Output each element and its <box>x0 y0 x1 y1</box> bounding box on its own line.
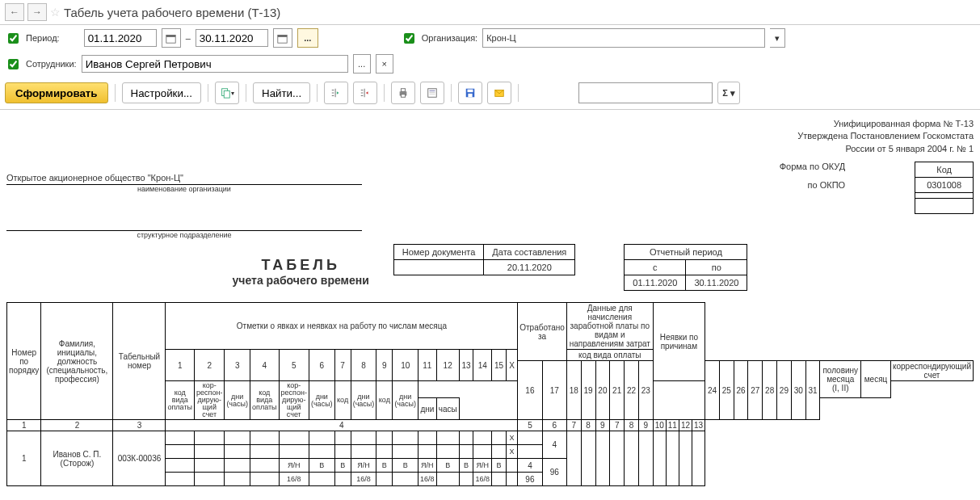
date-to-input[interactable] <box>196 29 268 47</box>
form-hdr-line1: Унифицированная форма № Т-13 <box>6 118 974 130</box>
sigma-button[interactable]: Σ ▾ <box>717 82 740 104</box>
svg-rect-3 <box>278 35 287 36</box>
doc-title: ТАБЕЛЬ учета рабочего времени <box>233 257 369 287</box>
svg-rect-1 <box>166 35 175 36</box>
period-more-button[interactable]: ... <box>297 28 318 48</box>
col-hours: часы <box>436 398 459 420</box>
sum-field[interactable] <box>578 82 713 103</box>
docdate-h: Дата составления <box>484 245 575 260</box>
col-days: дни <box>418 398 437 420</box>
period-filter-row: Период: – ... Организация: Крон-Ц ▾ <box>0 25 980 51</box>
svg-rect-8 <box>402 95 406 98</box>
org-under-label: наименование организации <box>6 185 362 193</box>
generate-button[interactable]: Сформировать <box>5 82 108 103</box>
code-empty <box>915 199 974 214</box>
emp-checkbox[interactable] <box>8 59 19 69</box>
collapse-button[interactable] <box>353 82 377 104</box>
docnum-h: Номер документа <box>393 245 484 260</box>
svg-rect-12 <box>430 94 435 95</box>
okpo-label: по ОКПО <box>808 180 846 190</box>
org-value: Крон-Ц <box>486 33 516 43</box>
toolbar: Сформировать Настройки... ▾ Найти... Σ ▾ <box>0 77 980 110</box>
col-corr1: кор-респон-дирую-щий счет <box>195 381 225 420</box>
form-header: Унифицированная форма № Т-13 Утверждена … <box>6 118 974 155</box>
date-from-input[interactable] <box>84 29 157 47</box>
svg-rect-15 <box>469 94 473 97</box>
org-checkbox[interactable] <box>404 33 414 44</box>
emp-clear-button[interactable]: × <box>376 54 393 74</box>
separator <box>208 84 208 102</box>
col-paycode: код вида оплаты <box>566 350 653 361</box>
find-button[interactable]: Найти... <box>253 82 310 103</box>
okud-value: 0301008 <box>915 178 974 193</box>
col-absence: Неявки по причинам <box>653 303 705 381</box>
separator <box>384 84 385 102</box>
copy-button[interactable]: ▾ <box>215 82 239 104</box>
org-name: Открытое акционерное общество "Крон-Ц" <box>6 173 362 185</box>
title-sub: учета рабочего времени <box>233 274 369 287</box>
dept-under-label: структурное подразделение <box>6 231 362 239</box>
docdate: 20.11.2020 <box>484 260 575 275</box>
col-corr2: кор-респон-дирую-щий счет <box>279 381 309 420</box>
date-from-cal-button[interactable] <box>162 28 181 48</box>
col-code1: код вида оплаты <box>166 381 195 420</box>
org-select[interactable]: Крон-Ц <box>482 28 765 48</box>
rep-to: 30.11.2020 <box>686 275 747 291</box>
back-button[interactable]: ← <box>5 3 24 21</box>
emp-more-button[interactable]: ... <box>353 54 371 74</box>
date-to-cal-button[interactable] <box>273 28 292 48</box>
org-dropdown-button[interactable]: ▾ <box>770 28 785 48</box>
report-period-table: Отчетный период спо 01.11.202030.11.2020 <box>624 244 747 291</box>
emp-label: Сотрудники: <box>26 59 77 69</box>
print-preview-button[interactable] <box>420 82 444 104</box>
svg-rect-10 <box>430 90 435 92</box>
employees-filter-row: Сотрудники: ... × <box>0 51 980 77</box>
org-label: Организация: <box>422 33 477 43</box>
col-marks: Отметки о явках и неявках на работу по ч… <box>166 303 518 350</box>
code-box: Код 0301008 <box>915 162 974 214</box>
doc-meta: ТАБЕЛЬ учета рабочего времени Номер доку… <box>6 244 974 291</box>
okpo-value <box>915 193 974 199</box>
period-checkbox[interactable] <box>8 33 19 44</box>
period-label: Период: <box>26 33 60 43</box>
col-corracct: корреспондирующий счет <box>890 361 973 381</box>
doc-number-table: Номер документаДата составления 20.11.20… <box>393 244 576 275</box>
col-num: Номер по порядку <box>7 303 41 420</box>
dash: – <box>186 33 191 43</box>
svg-rect-14 <box>468 90 473 93</box>
favorite-icon[interactable]: ☆ <box>50 6 61 19</box>
timesheet-table: Номер по порядку Фамилия, инициалы, долж… <box>6 302 974 486</box>
top-bar: ← → ☆ Табель учета рабочего времени (Т-1… <box>0 0 980 25</box>
rep-period-h: Отчетный период <box>625 245 747 260</box>
separator <box>115 84 116 102</box>
col-name: Фамилия, инициалы, должность (специально… <box>41 303 113 420</box>
page-title: Табель учета рабочего времени (Т-13) <box>64 6 280 19</box>
print-button[interactable] <box>391 82 415 104</box>
docnum <box>393 260 484 275</box>
settings-button[interactable]: Настройки... <box>122 82 201 103</box>
okud-label: Форма по ОКУД <box>780 162 846 171</box>
expand-button[interactable] <box>324 82 348 104</box>
col-dh1: дни (часы) <box>225 381 250 420</box>
form-hdr-line3: России от 5 января 2004 г. № 1 <box>6 143 974 155</box>
rep-from: 01.11.2020 <box>625 275 686 291</box>
col-abs-dh2: дни (часы) <box>393 381 418 420</box>
svg-rect-11 <box>430 92 435 93</box>
col-code2: код вида оплаты <box>250 381 280 420</box>
col-month: месяц <box>861 361 891 398</box>
forward-button[interactable]: → <box>27 3 47 21</box>
separator <box>451 84 452 102</box>
col-dh2: дни (часы) <box>309 381 334 420</box>
title-big: ТАБЕЛЬ <box>233 257 369 274</box>
emp-input[interactable] <box>82 55 348 73</box>
report-area: Унифицированная форма № Т-13 Утверждена … <box>0 110 980 494</box>
rep-to-h: по <box>686 260 747 275</box>
save-button[interactable] <box>458 82 482 104</box>
separator <box>317 84 318 102</box>
col-half: половину месяца (I, II) <box>820 361 861 398</box>
col-worked: Отработано за <box>518 303 567 361</box>
separator <box>518 84 519 102</box>
svg-rect-5 <box>224 90 229 98</box>
svg-rect-7 <box>402 89 406 92</box>
email-button[interactable] <box>487 82 511 104</box>
